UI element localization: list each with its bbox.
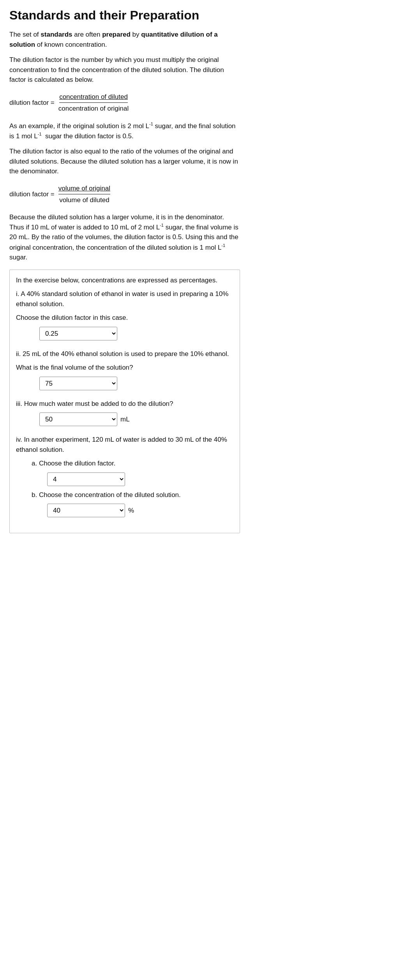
- qi-select[interactable]: 0.250.542: [39, 327, 117, 340]
- qi-question: Choose the dilution factor in this case.: [16, 313, 233, 323]
- qiii-select[interactable]: 507525100: [39, 412, 117, 426]
- para3: The dilution factor is also equal to the…: [9, 146, 240, 176]
- qi-dropdown-row: 0.250.542: [39, 327, 233, 340]
- sup2: -1: [38, 132, 42, 136]
- exercise-box: In the exercise below, concentrations ar…: [9, 270, 240, 534]
- qiv-qa-label: a. Choose the dilution factor.: [32, 458, 233, 469]
- qiii-dropdown-row: 507525100 mL: [39, 412, 233, 426]
- qiv-qb-unit: %: [128, 506, 134, 516]
- qiv-text: iv. In another experiment, 120 mL of wat…: [16, 435, 233, 455]
- qiii-unit: mL: [120, 414, 130, 425]
- fraction2-denominator: volume of diluted: [59, 194, 109, 205]
- qii-text: ii. 25 mL of the 40% ethanol solution is…: [16, 349, 233, 359]
- sup1: -1: [149, 122, 153, 126]
- standards-bold: standards: [41, 31, 72, 38]
- qii-select[interactable]: 751005025: [39, 377, 117, 390]
- qii-question: What is the final volume of the solution…: [16, 363, 233, 373]
- qiv-qb-label: b. Choose the concentration of the dilut…: [32, 490, 233, 500]
- question-ii-block: ii. 25 mL of the 40% ethanol solution is…: [16, 349, 233, 390]
- question-iv-block: iv. In another experiment, 120 mL of wat…: [16, 435, 233, 517]
- qiv-qa-dropdown-row: 40.2520.5: [47, 472, 233, 486]
- sup4: -1: [221, 243, 225, 248]
- qii-dropdown-row: 751005025: [39, 377, 233, 390]
- qiii-text: iii. How much water must be added to do …: [16, 399, 233, 409]
- para4: Because the diluted solution has a large…: [9, 212, 240, 263]
- page-title: Standards and their Preparation: [9, 8, 240, 23]
- fraction2-block: dilution factor = volume of original vol…: [9, 183, 240, 205]
- para2: As an example, if the original solution …: [9, 121, 240, 141]
- prepared-bold: prepared: [102, 31, 131, 38]
- intro-paragraph: The set of standards are often prepared …: [9, 30, 240, 49]
- fraction1-numerator: concentration of diluted: [59, 92, 128, 103]
- fraction1-denominator: concentration of original: [58, 103, 129, 114]
- qiv-qb-dropdown-row: 401041 %: [47, 504, 233, 517]
- question-iii-block: iii. How much water must be added to do …: [16, 399, 233, 427]
- sup3: -1: [160, 223, 164, 227]
- fraction2-numerator: volume of original: [58, 183, 110, 195]
- exercise-intro: In the exercise below, concentrations ar…: [16, 275, 233, 286]
- qiv-qb-select[interactable]: 401041: [47, 504, 125, 517]
- fraction2: volume of original volume of diluted: [58, 183, 110, 205]
- para1: The dilution factor is the number by whi…: [9, 55, 240, 85]
- fraction1-label: dilution factor =: [9, 98, 55, 108]
- qiv-qa-select[interactable]: 40.2520.5: [47, 472, 125, 486]
- qi-text: i. A 40% standard solution of ethanol in…: [16, 289, 233, 309]
- fraction1-block: dilution factor = concentration of dilut…: [9, 92, 240, 114]
- fraction2-label: dilution factor =: [9, 189, 55, 199]
- fraction1: concentration of diluted concentration o…: [58, 92, 129, 114]
- question-i-block: i. A 40% standard solution of ethanol in…: [16, 289, 233, 340]
